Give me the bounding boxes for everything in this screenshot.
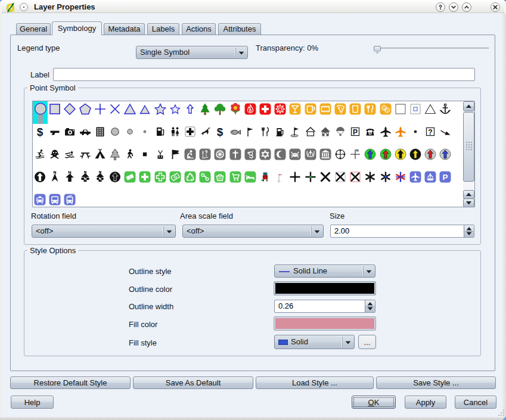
- svg-text:$: $: [217, 126, 223, 138]
- svg-text:$: $: [37, 126, 44, 138]
- svg-text:P: P: [353, 128, 358, 136]
- svg-text:?: ?: [428, 128, 432, 136]
- svg-text:P: P: [442, 173, 448, 182]
